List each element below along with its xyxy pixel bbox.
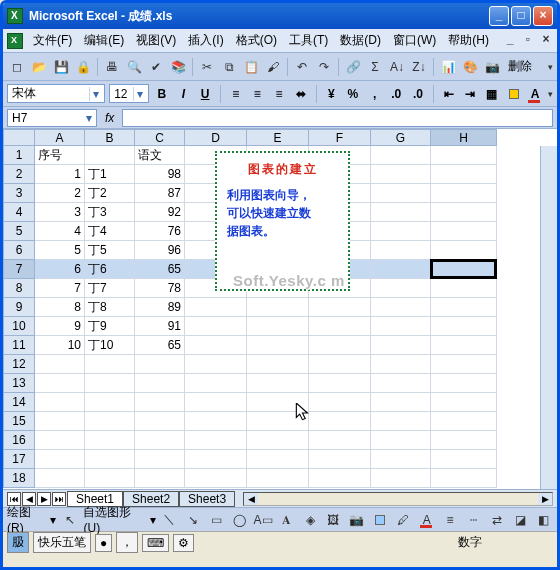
cell[interactable] [431, 184, 497, 203]
cell[interactable] [371, 222, 431, 241]
cell[interactable] [35, 393, 85, 412]
cell[interactable] [35, 431, 85, 450]
cell[interactable]: 2 [35, 184, 85, 203]
cell[interactable] [185, 374, 247, 393]
cell[interactable] [309, 412, 371, 431]
hyperlink-icon[interactable]: 🔗 [343, 57, 363, 77]
cell[interactable]: 91 [135, 317, 185, 336]
preview-icon[interactable]: 🔍 [124, 57, 144, 77]
col-header[interactable]: C [135, 129, 185, 146]
bold-button[interactable]: B [153, 84, 171, 104]
col-header[interactable]: G [371, 129, 431, 146]
row-header[interactable]: 13 [3, 374, 35, 393]
cell[interactable] [185, 336, 247, 355]
cell[interactable] [431, 336, 497, 355]
cell[interactable]: 89 [135, 298, 185, 317]
cell[interactable]: 7 [35, 279, 85, 298]
font-size-combo[interactable]: 12 ▾ [109, 84, 149, 103]
cell[interactable] [135, 412, 185, 431]
cell[interactable] [135, 374, 185, 393]
cell[interactable]: 5 [35, 241, 85, 260]
align-left-button[interactable]: ≡ [227, 84, 245, 104]
sort-asc-icon[interactable]: A↓ [387, 57, 407, 77]
font-color-icon[interactable]: A [417, 510, 436, 530]
row-header[interactable]: 7 [3, 260, 35, 279]
ime-softkbd[interactable]: ⌨ [142, 534, 169, 552]
cell[interactable] [185, 355, 247, 374]
cell[interactable]: 96 [135, 241, 185, 260]
research-icon[interactable]: 📚 [168, 57, 188, 77]
cell[interactable]: 9 [35, 317, 85, 336]
cell[interactable]: 丁5 [85, 241, 135, 260]
rectangle-icon[interactable]: ▭ [206, 510, 225, 530]
cell[interactable] [371, 336, 431, 355]
cell[interactable] [431, 146, 497, 165]
doc-restore-button[interactable]: ▫ [521, 34, 535, 48]
sheet-tab[interactable]: Sheet3 [179, 491, 235, 507]
select-objects-icon[interactable]: ↖ [60, 510, 79, 530]
row-header[interactable]: 4 [3, 203, 35, 222]
cell[interactable]: 丁1 [85, 165, 135, 184]
cell[interactable] [35, 374, 85, 393]
cell[interactable] [371, 203, 431, 222]
comma-button[interactable]: , [366, 84, 384, 104]
open-icon[interactable]: 📂 [29, 57, 49, 77]
cell[interactable] [371, 260, 431, 279]
minimize-button[interactable]: _ [489, 6, 509, 26]
cell[interactable]: 丁3 [85, 203, 135, 222]
fx-icon[interactable]: fx [105, 111, 114, 125]
cell[interactable] [185, 393, 247, 412]
cell[interactable] [431, 431, 497, 450]
cell[interactable] [309, 355, 371, 374]
decrease-decimal-button[interactable]: .0 [409, 84, 427, 104]
row-header[interactable]: 12 [3, 355, 35, 374]
cell[interactable] [371, 431, 431, 450]
row-header[interactable]: 5 [3, 222, 35, 241]
menu-item[interactable]: 帮助(H) [442, 31, 495, 49]
print-icon[interactable]: 🖶 [102, 57, 122, 77]
autoshapes-menu[interactable]: 自选图形(U) [83, 504, 145, 535]
cell[interactable] [35, 469, 85, 488]
doc-minimize-button[interactable]: _ [503, 34, 517, 48]
row-header[interactable]: 9 [3, 298, 35, 317]
formula-input[interactable] [122, 109, 553, 127]
horizontal-scrollbar[interactable]: ◀▶ [243, 492, 553, 506]
cell[interactable] [371, 298, 431, 317]
cell[interactable] [135, 450, 185, 469]
borders-button[interactable]: ▦ [483, 84, 501, 104]
draw-menu[interactable]: 绘图(R) [7, 504, 46, 535]
menu-item[interactable]: 视图(V) [130, 31, 182, 49]
picture-icon[interactable]: 📷 [347, 510, 366, 530]
cell[interactable]: 6 [35, 260, 85, 279]
doc-close-button[interactable]: × [539, 34, 553, 48]
cell[interactable] [431, 165, 497, 184]
row-header[interactable]: 8 [3, 279, 35, 298]
select-all-corner[interactable] [3, 129, 35, 146]
cell[interactable]: 92 [135, 203, 185, 222]
fill-color-button[interactable] [505, 84, 523, 104]
increase-decimal-button[interactable]: .0 [387, 84, 405, 104]
cell[interactable] [85, 469, 135, 488]
cell[interactable] [371, 450, 431, 469]
cell[interactable]: 78 [135, 279, 185, 298]
cell[interactable] [185, 298, 247, 317]
col-header[interactable]: E [247, 129, 309, 146]
cell[interactable] [85, 355, 135, 374]
copy-icon[interactable]: ⧉ [219, 57, 239, 77]
cell[interactable]: 序号 [35, 146, 85, 165]
cell[interactable] [35, 355, 85, 374]
cell[interactable] [135, 431, 185, 450]
menu-item[interactable]: 工具(T) [283, 31, 334, 49]
cell[interactable] [35, 450, 85, 469]
fill-color-icon[interactable] [370, 510, 389, 530]
cell[interactable] [309, 374, 371, 393]
cell[interactable] [371, 146, 431, 165]
ime-fullwidth[interactable]: ● [95, 534, 112, 552]
col-header[interactable]: A [35, 129, 85, 146]
cell[interactable] [85, 431, 135, 450]
cut-icon[interactable]: ✂ [197, 57, 217, 77]
menu-item[interactable]: 格式(O) [230, 31, 283, 49]
cell[interactable] [371, 165, 431, 184]
cell[interactable] [135, 355, 185, 374]
italic-button[interactable]: I [175, 84, 193, 104]
